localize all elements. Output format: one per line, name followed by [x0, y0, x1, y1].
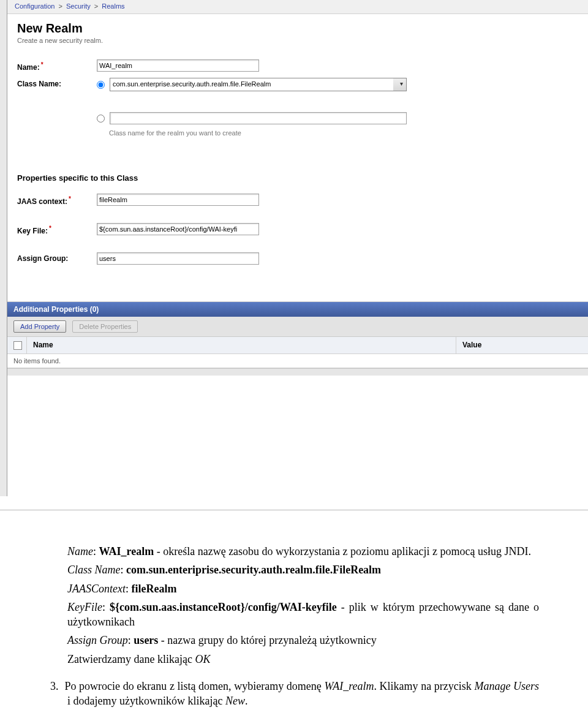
class-name-label: Class Name: [17, 78, 97, 88]
column-header-name: Name [27, 337, 456, 353]
table-empty-message: No items found. [7, 354, 588, 368]
assign-group-label: Assign Group: [17, 252, 97, 263]
jaas-context-label: JAAS context:* [17, 194, 97, 206]
page-subtitle: Create a new security realm. [17, 37, 578, 44]
select-all-checkbox-cell [7, 337, 27, 353]
breadcrumb-security[interactable]: Security [66, 2, 91, 10]
left-sidebar-edge [0, 0, 7, 496]
add-property-button[interactable]: Add Property [13, 320, 66, 333]
breadcrumb-sep: > [59, 2, 62, 10]
name-input[interactable] [97, 59, 259, 72]
breadcrumb-sep: > [94, 2, 98, 10]
class-name-help: Class name for the realm you want to cre… [109, 129, 578, 137]
assign-group-input[interactable] [97, 252, 259, 265]
class-name-select[interactable] [110, 78, 407, 91]
class-name-text-input[interactable] [110, 112, 407, 124]
key-file-input[interactable] [97, 223, 259, 235]
document-text-section: Name: WAI_realm - określa nazwę zasobu d… [0, 510, 588, 718]
properties-section-heading: Properties specific to this Class [17, 173, 578, 183]
breadcrumb: Configuration > Security > Realms [7, 0, 588, 14]
column-header-value: Value [456, 337, 588, 353]
breadcrumb-configuration[interactable]: Configuration [15, 2, 55, 10]
class-name-radio-text[interactable] [97, 115, 105, 123]
key-file-label: Key File:* [17, 223, 97, 235]
jaas-context-input[interactable] [97, 194, 259, 206]
select-all-checkbox[interactable] [13, 341, 22, 350]
additional-properties-header: Additional Properties (0) [7, 302, 588, 317]
page-title: New Realm [17, 21, 578, 36]
delete-properties-button[interactable]: Delete Properties [72, 320, 138, 333]
class-name-radio-select[interactable] [97, 81, 105, 89]
panel-bottom-border [7, 368, 588, 376]
breadcrumb-realms[interactable]: Realms [102, 2, 124, 10]
name-label: Name:* [17, 59, 97, 72]
